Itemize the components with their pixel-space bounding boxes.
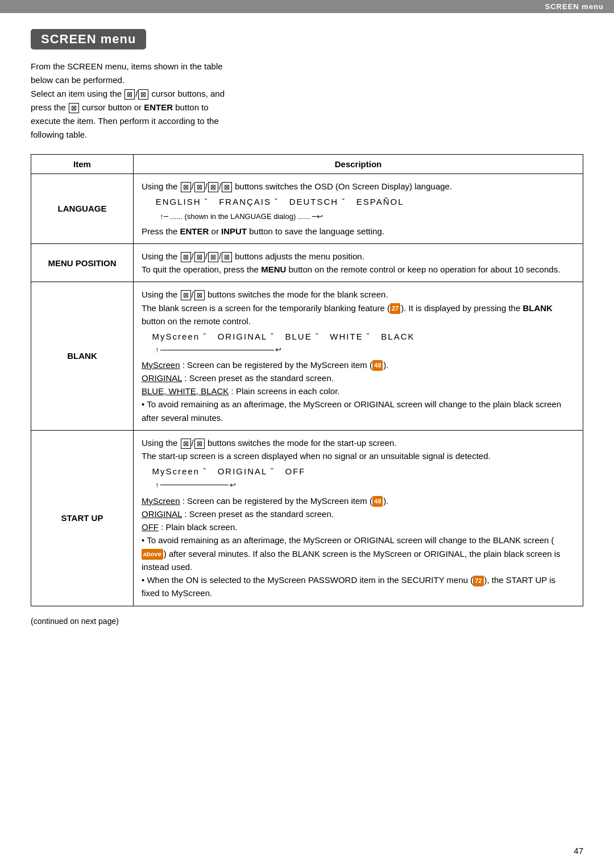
blank-arrow-line — [160, 350, 274, 350]
intro-line1: From the SCREEN menu, items shown in the… — [31, 61, 223, 71]
input-bold: INPUT — [221, 226, 247, 236]
blank-options: MyScreen ˇ ORIGINAL ˇ BLUE ˇ WHITE ˇ BLA… — [142, 330, 575, 343]
blank-arrow-right: ↩ — [275, 344, 281, 356]
ref-48-blank: 48 — [372, 360, 383, 371]
table-row: BLANK Using the ⊠/⊠ buttons switches the… — [31, 282, 583, 430]
main-table: Item Description LANGUAGE Using the ⊠/⊠/… — [31, 154, 583, 606]
icon-sur: ⊠ — [194, 439, 205, 449]
page-content: SCREEN menu From the SCREEN menu, items … — [0, 13, 614, 648]
icon-br: ⊠ — [194, 290, 205, 300]
startup-myscreen-label: MyScreen — [142, 496, 180, 506]
cursor-icon-1: ⊠ — [125, 89, 135, 100]
intro-line3-post: cursor buttons, and — [152, 89, 225, 98]
col-item: Item — [31, 155, 134, 174]
blank-bold: BLANK — [522, 303, 553, 313]
blank-arrow-row: ↑ ↩ — [155, 344, 575, 356]
desc-language: Using the ⊠/⊠/⊠/⊠ buttons switches the O… — [134, 174, 583, 244]
item-startup: START UP — [31, 430, 134, 606]
table-row: MENU POSITION Using the ⊠/⊠/⊠/⊠ buttons … — [31, 243, 583, 282]
ref-27: 27 — [390, 303, 400, 314]
startup-original-label: ORIGINAL — [142, 509, 182, 519]
enter-bold: ENTER — [180, 226, 209, 236]
top-bar-label: SCREEN menu — [545, 2, 604, 11]
icon-ur: ⊠ — [194, 182, 205, 192]
table-row: START UP Using the ⊠/⊠ buttons switches … — [31, 430, 583, 606]
intro-line2: below can be performed. — [31, 75, 125, 85]
startup-off-label: OFF — [142, 522, 159, 532]
continued-text: (continued on next page) — [31, 617, 583, 626]
intro-line3-pre: Select an item using the — [31, 89, 122, 98]
ref-above: above — [142, 549, 163, 560]
cursor-icon-3: ⊠ — [69, 103, 79, 113]
arrow-return-icon: ↩ — [317, 211, 323, 222]
intro-line5: execute the item. Then perform it accord… — [31, 116, 219, 126]
icon-sul: ⊠ — [181, 439, 191, 449]
blank-arrow-left: ↑ — [155, 344, 159, 356]
startup-arrow-right: ↩ — [230, 480, 236, 491]
startup-arrow-row: ↑ ↩ — [155, 480, 575, 491]
cursor-icon-2: ⊠ — [138, 89, 148, 100]
section-title: SCREEN menu — [31, 29, 146, 49]
intro-line6: following table. — [31, 130, 87, 139]
page-number: 47 — [574, 846, 583, 855]
startup-arrow-left: ↑ — [155, 480, 159, 491]
col-description: Description — [134, 155, 583, 174]
lang-arrow-text: ...... (shown in the LANGUAGE dialog) ..… — [168, 211, 313, 222]
intro-line4-end: button to — [173, 102, 209, 112]
bluewb-label: BLUE, WHITE, BLACK — [142, 386, 229, 396]
menu-bold: MENU — [261, 264, 286, 274]
icon-mr: ⊠ — [194, 252, 205, 262]
intro-text: From the SCREEN menu, items shown in the… — [31, 60, 583, 142]
icon-uu: ⊠ — [208, 182, 218, 192]
item-blank: BLANK — [31, 282, 134, 430]
ref-48-startup: 48 — [372, 496, 383, 507]
item-menuposition: MENU POSITION — [31, 243, 134, 282]
icon-bl: ⊠ — [181, 290, 191, 300]
icon-ud: ⊠ — [222, 182, 232, 192]
desc-menuposition: Using the ⊠/⊠/⊠/⊠ buttons adjusts the me… — [134, 243, 583, 282]
desc-startup: Using the ⊠/⊠ buttons switches the mode … — [134, 430, 583, 606]
intro-enter-bold: ENTER — [144, 102, 173, 112]
desc-blank: Using the ⊠/⊠ buttons switches the mode … — [134, 282, 583, 430]
myscreen-label: MyScreen — [142, 360, 180, 370]
icon-ml: ⊠ — [181, 252, 191, 262]
intro-line4-pre: press the — [31, 102, 66, 112]
original-label: ORIGINAL — [142, 373, 182, 383]
intro-line4-post: cursor button or — [82, 102, 144, 112]
icon-md: ⊠ — [222, 252, 232, 262]
table-row: LANGUAGE Using the ⊠/⊠/⊠/⊠ buttons switc… — [31, 174, 583, 244]
icon-mu: ⊠ — [208, 252, 218, 262]
language-options: ENGLISH ˇ FRANÇAIS ˇ DEUTSCH ˇ ESPAÑOL — [142, 195, 575, 208]
language-arrow-row: ↑ ...... (shown in the LANGUAGE dialog) … — [160, 211, 575, 222]
ref-72: 72 — [473, 576, 483, 586]
startup-arrow-line — [160, 485, 229, 485]
startup-options: MyScreen ˇ ORIGINAL ˇ OFF — [142, 465, 575, 478]
item-language: LANGUAGE — [31, 174, 134, 244]
icon-ul: ⊠ — [181, 182, 191, 192]
top-bar: SCREEN menu — [0, 0, 614, 13]
